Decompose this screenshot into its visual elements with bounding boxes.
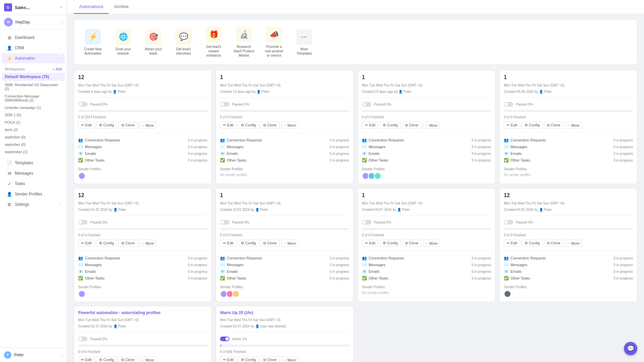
template-card-4[interactable]: 🎁 Get lead's reward invitations bbox=[200, 24, 227, 60]
tab-automations[interactable]: Automations bbox=[74, 0, 109, 14]
more-button[interactable]: ··· More bbox=[281, 240, 298, 247]
edit-button[interactable]: ✏ Edit bbox=[504, 122, 520, 129]
sidebar-item-dashboard[interactable]: ⊞ Dashboard bbox=[2, 33, 65, 43]
more-button[interactable]: ··· More bbox=[139, 122, 156, 129]
auto-toggle[interactable] bbox=[504, 102, 513, 107]
auto-toggle[interactable] bbox=[362, 220, 371, 225]
clone-button[interactable]: ⧉ Clone bbox=[118, 122, 138, 129]
sidebar-item-settings[interactable]: ⚙ Settings › bbox=[2, 199, 65, 209]
auto-toggle[interactable] bbox=[362, 102, 371, 107]
auto-toggle[interactable] bbox=[220, 337, 229, 341]
workspace-sdr[interactable]: SDR 1 (0) bbox=[0, 111, 67, 119]
auto-card-name[interactable]: Powerful automation - autorotating profi… bbox=[78, 310, 207, 315]
auto-toggle[interactable] bbox=[78, 102, 88, 107]
clone-button[interactable]: ⧉ Clone bbox=[544, 240, 564, 247]
more-button[interactable]: ··· More bbox=[565, 122, 582, 129]
automation-card-card10: Warm Up 20 (Ulv) Mon Tue Wed Thu Fri Sat… bbox=[216, 306, 354, 362]
task-label: ✉️ Messages bbox=[78, 262, 102, 267]
workspace-linkedin[interactable]: Linkedin campaign (1) bbox=[0, 104, 67, 111]
auto-toggle[interactable] bbox=[220, 220, 229, 225]
paused-label: Paused 0% bbox=[232, 103, 249, 106]
settings-label: Settings bbox=[15, 202, 56, 207]
toggle-row: Paused 0% bbox=[78, 220, 207, 225]
template-card-7[interactable]: ··· More Templates bbox=[291, 26, 318, 58]
edit-button[interactable]: ✏ Edit bbox=[78, 122, 95, 129]
workspace-connection[interactable]: Connection Message (With/Without) (2) bbox=[0, 93, 67, 104]
add-workspace-button[interactable]: + Add bbox=[53, 67, 62, 71]
sidebar-item-crm[interactable]: 👤 CRM › bbox=[2, 43, 65, 53]
template-card-0[interactable]: ⚡ Create New Automation bbox=[79, 26, 106, 58]
auto-toggle[interactable] bbox=[504, 220, 513, 225]
sidebar-item-automation[interactable]: ⚡ Automation › bbox=[2, 53, 65, 63]
clone-button[interactable]: ⧉ Clone bbox=[260, 356, 280, 362]
config-button[interactable]: ⚙ Config bbox=[238, 122, 259, 129]
config-button[interactable]: ⚙ Config bbox=[96, 356, 117, 362]
clone-button[interactable]: ⧉ Clone bbox=[544, 122, 564, 129]
sender-profiles-label: Sender Profiles bbox=[15, 192, 60, 196]
edit-button[interactable]: ✏ Edit bbox=[362, 240, 378, 247]
template-card-3[interactable]: 💬 Get lead's interviews bbox=[170, 26, 197, 58]
task-row: ✉️ Messages 0 in progress bbox=[220, 262, 349, 268]
template-card-5[interactable]: 🔬 Research SaaS Product Market bbox=[230, 24, 257, 60]
workspace-smb[interactable]: SMB: Residential VS Datacenter (2) bbox=[0, 81, 67, 93]
clone-button[interactable]: ⧉ Clone bbox=[402, 240, 422, 247]
sidebar-footer[interactable]: P Peter › bbox=[0, 348, 67, 362]
edit-button[interactable]: ✏ Edit bbox=[362, 122, 378, 129]
edit-button[interactable]: ✏ Edit bbox=[78, 356, 95, 362]
auto-card-num: 1 bbox=[504, 74, 633, 80]
more-button[interactable]: ··· More bbox=[139, 356, 156, 362]
task-label: 👥 Connection Requests bbox=[504, 138, 546, 142]
sender-section: Sender Profiles bbox=[78, 167, 207, 180]
workspace-itech[interactable]: itech (2) bbox=[0, 126, 67, 133]
user-chevron-icon: › bbox=[62, 20, 63, 24]
edit-button[interactable]: ✏ Edit bbox=[220, 356, 236, 362]
clone-button[interactable]: ⧉ Clone bbox=[402, 122, 422, 129]
config-button[interactable]: ⚙ Config bbox=[380, 240, 401, 247]
more-button[interactable]: ··· More bbox=[565, 240, 582, 247]
config-button[interactable]: ⚙ Config bbox=[380, 122, 401, 129]
config-button[interactable]: ⚙ Config bbox=[238, 240, 259, 247]
clone-button[interactable]: ⧉ Clone bbox=[260, 122, 280, 129]
edit-button[interactable]: ✏ Edit bbox=[504, 240, 520, 247]
workspace-poc1[interactable]: POCd (1) bbox=[0, 119, 67, 126]
auto-card-name[interactable]: Warm Up 20 (Ulv) bbox=[220, 310, 349, 315]
workspace-sep1[interactable]: septmber (0) bbox=[0, 133, 67, 141]
template-card-6[interactable]: 📣 Promote a new product or service bbox=[261, 24, 287, 60]
more-button[interactable]: ··· More bbox=[281, 356, 298, 362]
config-button[interactable]: ⚙ Config bbox=[522, 122, 543, 129]
sidebar-item-templates[interactable]: 📄 Templates bbox=[2, 158, 65, 168]
sidebar-item-messages[interactable]: ✉ Messages bbox=[2, 168, 65, 178]
divider bbox=[78, 216, 207, 216]
more-button[interactable]: ··· More bbox=[423, 240, 440, 247]
template-card-2[interactable]: 🎯 Attract your leads bbox=[140, 26, 167, 58]
clone-button[interactable]: ⧉ Clone bbox=[260, 240, 280, 247]
sidebar-user-section[interactable]: H HayDay › bbox=[0, 15, 67, 29]
auto-toggle[interactable] bbox=[78, 220, 88, 225]
tab-archive[interactable]: Archive bbox=[109, 0, 134, 14]
more-button[interactable]: ··· More bbox=[281, 122, 298, 129]
workspace-sep3[interactable]: september (1) bbox=[0, 148, 67, 156]
workspace-sep2[interactable]: septmber (0) bbox=[0, 141, 67, 148]
config-button[interactable]: ⚙ Config bbox=[96, 240, 117, 247]
automation-icon: ⚡ bbox=[7, 56, 12, 61]
task-label: ✉️ Messages bbox=[220, 262, 244, 267]
edit-button[interactable]: ✏ Edit bbox=[78, 240, 95, 247]
edit-button[interactable]: ✏ Edit bbox=[220, 240, 236, 247]
task-row: ✅ Other Tasks 0 in progress bbox=[78, 275, 207, 281]
task-status: 0 in progress bbox=[472, 159, 491, 162]
edit-button[interactable]: ✏ Edit bbox=[220, 122, 236, 129]
sidebar-item-tasks[interactable]: ✓ Tasks bbox=[2, 179, 65, 189]
config-button[interactable]: ⚙ Config bbox=[96, 122, 117, 129]
workspace-default[interactable]: Default Workspace (76) bbox=[2, 73, 65, 81]
more-button[interactable]: ··· More bbox=[139, 240, 156, 247]
auto-toggle[interactable] bbox=[78, 337, 88, 341]
auto-toggle[interactable] bbox=[220, 102, 229, 107]
chat-bubble-button[interactable]: 💬 bbox=[624, 342, 637, 355]
more-button[interactable]: ··· More bbox=[423, 122, 440, 129]
sidebar-item-sender-profiles[interactable]: 👤 Sender Profiles bbox=[2, 189, 65, 199]
config-button[interactable]: ⚙ Config bbox=[238, 356, 259, 362]
clone-button[interactable]: ⧉ Clone bbox=[118, 356, 138, 362]
config-button[interactable]: ⚙ Config bbox=[522, 240, 543, 247]
clone-button[interactable]: ⧉ Clone bbox=[118, 240, 138, 247]
template-card-1[interactable]: 🌐 Grow your network bbox=[110, 26, 137, 58]
